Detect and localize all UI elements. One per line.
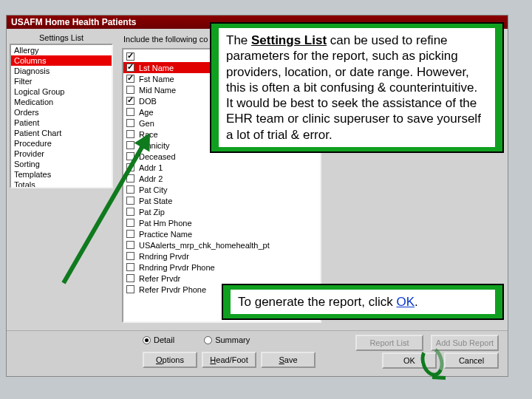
settings-item-templates[interactable]: Templates [11, 169, 112, 180]
settings-list[interactable]: AllergyColumnsDiagnosisFilterLogical Gro… [10, 44, 113, 188]
settings-item-orders[interactable]: Orders [11, 107, 112, 117]
annotation-callout-settings: The Settings List can be used to refine … [210, 22, 504, 153]
checkbox-icon[interactable] [126, 141, 134, 149]
checkbox-icon[interactable] [126, 252, 134, 260]
column-row[interactable]: USAalerts_mrp_chk_homehealth_pt [123, 239, 320, 250]
settings-item-patient-chart[interactable]: Patient Chart [11, 128, 112, 138]
column-row[interactable]: Pat State [123, 195, 320, 206]
checkbox-icon[interactable] [126, 75, 134, 83]
report-list-button[interactable]: Report List [355, 335, 423, 351]
column-label: USAalerts_mrp_chk_homehealth_pt [139, 241, 270, 250]
checkbox-icon[interactable] [126, 285, 134, 293]
column-row[interactable]: Pat City [123, 184, 320, 195]
radio-dot-icon [143, 336, 151, 344]
add-sub-report-button[interactable]: Add Sub Report [431, 335, 499, 351]
checkbox-icon[interactable] [126, 219, 134, 227]
column-row[interactable]: Pat Zip [123, 206, 320, 217]
radio-summary[interactable]: Summary [204, 335, 250, 344]
settings-item-columns[interactable]: Columns [11, 55, 112, 66]
column-label: Rndring Prvdr Phone [139, 263, 215, 272]
checkbox-icon[interactable] [126, 119, 134, 127]
column-label: Pat Hm Phone [139, 219, 192, 228]
settings-item-logical-group[interactable]: Logical Group [11, 86, 112, 97]
column-label: Deceased [139, 152, 176, 161]
radio-detail[interactable]: Detail [143, 335, 174, 344]
settings-list-label: Settings List [10, 33, 113, 44]
column-row[interactable]: Rndring Prvdr [123, 250, 320, 262]
checkbox-icon[interactable] [126, 185, 134, 194]
radio-summary-label: Summary [215, 335, 250, 344]
radio-dot-icon [204, 336, 212, 344]
settings-item-patient[interactable]: Patient [11, 117, 112, 128]
settings-item-sorting[interactable]: Sorting [11, 159, 112, 169]
settings-item-medication[interactable]: Medication [11, 97, 112, 107]
checkbox-icon[interactable] [126, 64, 134, 72]
checkbox-icon[interactable] [126, 208, 134, 216]
column-label: Addr 2 [139, 174, 163, 183]
checkbox-icon[interactable] [126, 274, 134, 282]
settings-item-totals[interactable]: Totals [11, 180, 112, 188]
column-label: Gen [139, 119, 154, 128]
settings-item-filter[interactable]: Filter [11, 76, 112, 86]
column-row[interactable]: Refer Prvdr [123, 273, 320, 284]
checkbox-icon[interactable] [126, 230, 134, 238]
column-label: Lst Name [139, 64, 174, 72]
left-column: Settings List AllergyColumnsDiagnosisFil… [7, 29, 116, 330]
cancel-button[interactable]: Cancel [444, 352, 499, 369]
checkbox-icon[interactable] [126, 52, 134, 61]
head-foot-button[interactable]: Head/FootHead/Foot [202, 352, 256, 368]
column-row[interactable]: Practice Name [123, 228, 320, 239]
column-label: Refer Prvdr [139, 274, 180, 283]
column-label: Pat State [139, 197, 172, 205]
annotation-callout-ok: To generate the report, click OK. [222, 284, 504, 320]
checkbox-icon[interactable] [126, 197, 134, 205]
checkbox-icon[interactable] [126, 130, 134, 138]
checkbox-icon[interactable] [126, 108, 134, 116]
column-label: Fst Name [139, 75, 174, 83]
column-label: Practice Name [139, 230, 192, 239]
checkbox-icon[interactable] [126, 241, 134, 249]
checkbox-icon[interactable] [126, 263, 134, 271]
radio-detail-label: Detail [154, 335, 174, 344]
column-label: Rndring Prvdr [139, 252, 189, 261]
column-label: Pat Zip [139, 208, 165, 216]
checkbox-icon[interactable] [126, 97, 134, 105]
options-button[interactable]: OOptionsptions [143, 352, 197, 368]
column-label: Mid Name [139, 86, 176, 95]
column-label: Refer Prvdr Phone [139, 285, 206, 294]
column-row[interactable]: Addr 1 [123, 162, 320, 173]
column-row[interactable]: Rndring Prvdr Phone [123, 262, 320, 273]
column-label: Age [139, 108, 154, 117]
checkbox-icon[interactable] [126, 86, 134, 94]
column-row[interactable]: Addr 2 [123, 173, 320, 184]
column-label: Addr 1 [139, 163, 163, 172]
settings-item-diagnosis[interactable]: Diagnosis [11, 66, 112, 76]
settings-item-allergy[interactable]: Allergy [11, 45, 112, 55]
column-row[interactable]: Pat Hm Phone [123, 217, 320, 228]
column-label: DOB [139, 97, 157, 106]
settings-item-provider[interactable]: Provider [11, 149, 112, 159]
settings-item-procedure[interactable]: Procedure [11, 138, 112, 149]
save-button[interactable]: SaveSave [261, 352, 316, 368]
column-label: Pat City [139, 185, 168, 194]
